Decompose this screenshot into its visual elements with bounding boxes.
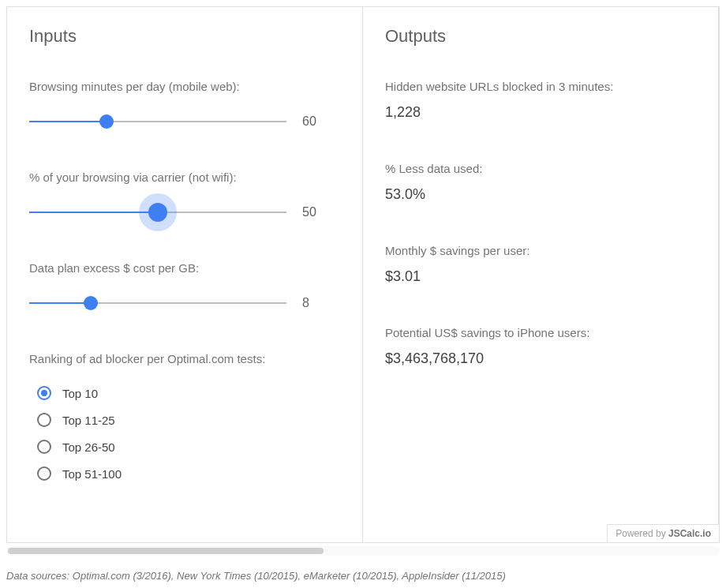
inputs-heading: Inputs [29, 26, 340, 47]
browsing-minutes-slider[interactable] [29, 114, 286, 129]
lessdata-output: % Less data used: 53.0% [385, 162, 696, 203]
carrier-percent-group: % of your browsing via carrier (not wifi… [29, 170, 340, 220]
horizontal-scrollbar-thumb[interactable] [8, 548, 324, 554]
carrier-percent-value[interactable]: 50 [302, 205, 340, 219]
dataplan-cost-slider[interactable] [29, 295, 286, 311]
blocked-output: Hidden website URLs blocked in 3 minutes… [385, 80, 696, 121]
carrier-percent-thumb[interactable] [148, 203, 167, 222]
powered-brand: JSCalc.io [668, 528, 711, 539]
savings-label: Monthly $ savings per user: [385, 244, 696, 257]
dataplan-cost-thumb[interactable] [84, 296, 98, 310]
horizontal-scrollbar[interactable] [6, 546, 720, 556]
blocked-label: Hidden website URLs blocked in 3 minutes… [385, 80, 696, 93]
ranking-group: Ranking of ad blocker per Optimal.com te… [29, 352, 340, 481]
radio-icon[interactable] [37, 440, 51, 454]
powered-by-badge[interactable]: Powered by JSCalc.io [607, 524, 719, 542]
ranking-option-label: Top 26-50 [62, 440, 115, 454]
carrier-percent-slider[interactable] [29, 204, 286, 220]
dataplan-cost-label: Data plan excess $ cost per GB: [29, 261, 340, 275]
outputs-heading: Outputs [385, 26, 696, 47]
calculator-panel: Inputs Browsing minutes per day (mobile … [6, 6, 720, 543]
ranking-option-label: Top 11-25 [62, 414, 115, 427]
outputs-column: Outputs Hidden website URLs blocked in 3… [363, 7, 719, 542]
carrier-percent-label: % of your browsing via carrier (not wifi… [29, 170, 340, 184]
ranking-option-label: Top 10 [62, 387, 98, 400]
savings-value: $3.01 [385, 268, 696, 285]
radio-icon[interactable] [37, 386, 51, 400]
potential-output: Potential US$ savings to iPhone users: $… [385, 326, 696, 367]
dataplan-cost-value[interactable]: 8 [302, 296, 340, 310]
data-sources-footer: Data sources: Optimal.com (3/2016), New … [6, 570, 720, 582]
lessdata-value: 53.0% [385, 186, 696, 203]
blocked-value: 1,228 [385, 104, 696, 121]
radio-icon[interactable] [37, 413, 51, 427]
ranking-option-3[interactable]: Top 51-100 [37, 466, 340, 481]
potential-label: Potential US$ savings to iPhone users: [385, 326, 696, 339]
ranking-option-label: Top 51-100 [62, 467, 122, 481]
inputs-column: Inputs Browsing minutes per day (mobile … [7, 7, 363, 542]
powered-prefix: Powered by [616, 528, 668, 539]
browsing-minutes-value[interactable]: 60 [302, 114, 340, 129]
potential-value: $3,463,768,170 [385, 350, 696, 367]
ranking-option-1[interactable]: Top 11-25 [37, 413, 340, 427]
lessdata-label: % Less data used: [385, 162, 696, 175]
browsing-minutes-label: Browsing minutes per day (mobile web): [29, 80, 340, 93]
savings-output: Monthly $ savings per user: $3.01 [385, 244, 696, 285]
browsing-minutes-thumb[interactable] [99, 114, 114, 129]
ranking-option-0[interactable]: Top 10 [37, 386, 340, 400]
radio-icon[interactable] [37, 466, 51, 481]
ranking-label: Ranking of ad blocker per Optimal.com te… [29, 352, 340, 365]
ranking-option-2[interactable]: Top 26-50 [37, 440, 340, 454]
dataplan-cost-group: Data plan excess $ cost per GB: 8 [29, 261, 340, 311]
browsing-minutes-group: Browsing minutes per day (mobile web): 6… [29, 80, 340, 129]
